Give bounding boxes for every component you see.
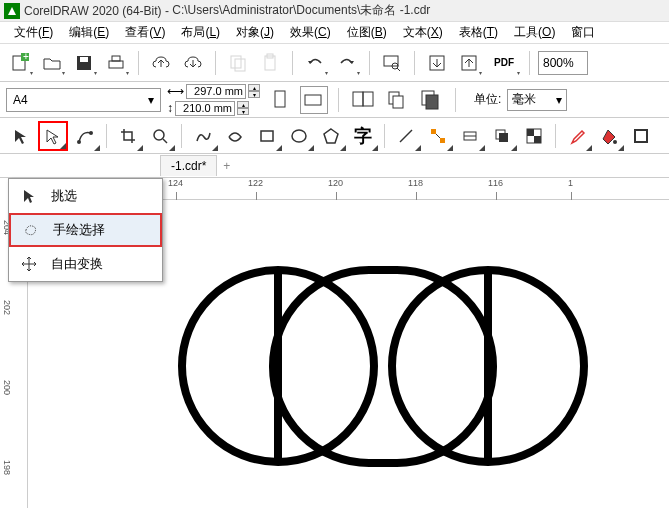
width-up[interactable]: ▴: [248, 84, 260, 91]
page-size-select[interactable]: A4▾: [6, 88, 161, 112]
toolbar-separator: [338, 88, 339, 112]
pages-icon[interactable]: [349, 86, 377, 114]
menu-object[interactable]: 对象(J): [228, 22, 282, 43]
search-button[interactable]: [378, 49, 406, 77]
ruler-tick: 124: [168, 178, 183, 188]
svg-marker-30: [324, 129, 338, 143]
svg-rect-40: [527, 129, 534, 136]
free-transform-icon: [19, 254, 39, 274]
menu-layout[interactable]: 布局(L): [173, 22, 228, 43]
dimension-tool[interactable]: [455, 121, 485, 151]
page-layers-icon[interactable]: [383, 86, 411, 114]
menu-edit[interactable]: 编辑(E): [61, 22, 117, 43]
freehand-tool[interactable]: [188, 121, 218, 151]
toolbar-separator: [414, 51, 415, 75]
outline-tool[interactable]: [626, 121, 656, 151]
svg-line-27: [163, 139, 167, 143]
height-up[interactable]: ▴: [237, 101, 249, 108]
svg-rect-43: [635, 130, 647, 142]
svg-rect-28: [261, 131, 273, 141]
menu-view[interactable]: 查看(V): [117, 22, 173, 43]
popup-free-transform[interactable]: 自由变换: [9, 247, 162, 281]
popup-freehand-label: 手绘选择: [53, 221, 105, 239]
svg-point-25: [89, 131, 93, 135]
dimensions-group: ⟷ ▴▾ ↕ ▴▾: [167, 84, 260, 116]
menu-effects[interactable]: 效果(C): [282, 22, 339, 43]
ruler-tick: 1: [568, 178, 573, 188]
ruler-tick: 202: [2, 300, 12, 315]
standard-toolbar: +▾ ▾ ▾ ▾ ▾ ▾ ▾ PDF▾: [0, 44, 669, 82]
toolbar-separator: [384, 124, 385, 148]
undo-button[interactable]: ▾: [301, 49, 329, 77]
cloud-down-button[interactable]: [179, 49, 207, 77]
width-down[interactable]: ▾: [248, 91, 260, 98]
tab-add-button[interactable]: +: [217, 156, 236, 176]
svg-rect-21: [393, 96, 403, 108]
shape-tool[interactable]: [70, 121, 100, 151]
menu-table[interactable]: 表格(T): [451, 22, 506, 43]
connector-tool[interactable]: [423, 121, 453, 151]
bezier-tool[interactable]: [220, 121, 250, 151]
menu-bitmap[interactable]: 位图(B): [339, 22, 395, 43]
import-button[interactable]: [423, 49, 451, 77]
ruler-tick: 116: [488, 178, 503, 188]
page-shadow-icon[interactable]: [417, 86, 445, 114]
crop-tool[interactable]: [113, 121, 143, 151]
polygon-tool[interactable]: [316, 121, 346, 151]
paste-button[interactable]: [256, 49, 284, 77]
height-input[interactable]: [175, 101, 235, 116]
popup-pick[interactable]: 挑选: [9, 179, 162, 213]
save-button[interactable]: ▾: [70, 49, 98, 77]
shadow-tool[interactable]: [487, 121, 517, 151]
popup-freehand-pick[interactable]: 手绘选择: [9, 213, 162, 247]
zoom-input[interactable]: [538, 51, 588, 75]
svg-rect-18: [353, 92, 363, 106]
svg-rect-23: [426, 95, 438, 109]
drawing-shape: [168, 260, 608, 480]
pattern-tool[interactable]: [519, 121, 549, 151]
property-bar: A4▾ ⟷ ▴▾ ↕ ▴▾ 单位: 毫米▾: [0, 82, 669, 118]
rectangle-tool[interactable]: [252, 121, 282, 151]
svg-rect-8: [235, 59, 245, 71]
new-button[interactable]: +▾: [6, 49, 34, 77]
cloud-up-button[interactable]: [147, 49, 175, 77]
pick-tool-flyout: 挑选 手绘选择 自由变换: [8, 178, 163, 282]
fill-tool[interactable]: [594, 121, 624, 151]
ruler-tick: 120: [328, 178, 343, 188]
height-down[interactable]: ▾: [237, 108, 249, 115]
eyedropper-tool[interactable]: [562, 121, 592, 151]
tab-current[interactable]: -1.cdr*: [160, 155, 217, 176]
svg-rect-16: [275, 91, 285, 107]
titlebar-app: CorelDRAW 2020 (64-Bit): [24, 4, 162, 18]
open-button[interactable]: ▾: [38, 49, 66, 77]
portrait-button[interactable]: [266, 86, 294, 114]
menu-text[interactable]: 文本(X): [395, 22, 451, 43]
menu-window[interactable]: 窗口: [563, 22, 603, 43]
menu-file[interactable]: 文件(F): [6, 22, 61, 43]
landscape-button[interactable]: [300, 86, 328, 114]
zoom-tool[interactable]: [145, 121, 175, 151]
units-select[interactable]: 毫米▾: [507, 89, 567, 111]
svg-rect-33: [440, 138, 445, 143]
width-input[interactable]: [186, 84, 246, 99]
ellipse-tool[interactable]: [284, 121, 314, 151]
menu-tools[interactable]: 工具(O): [506, 22, 563, 43]
export-button[interactable]: ▾: [455, 49, 483, 77]
print-button[interactable]: ▾: [102, 49, 130, 77]
freehand-pick-tool[interactable]: [38, 121, 68, 151]
units-label: 单位:: [474, 91, 501, 108]
toolbox: 字: [0, 118, 669, 154]
pdf-button[interactable]: PDF▾: [487, 49, 521, 77]
width-icon: ⟷: [167, 84, 184, 98]
copy-button[interactable]: [224, 49, 252, 77]
svg-rect-32: [431, 129, 436, 134]
document-tabs: -1.cdr* +: [0, 154, 669, 178]
freehand-pick-icon: [21, 220, 41, 240]
pick-tool[interactable]: [6, 121, 36, 151]
redo-button[interactable]: ▾: [333, 49, 361, 77]
toolbar-separator: [529, 51, 530, 75]
popup-transform-label: 自由变换: [51, 255, 103, 273]
text-tool[interactable]: 字: [348, 121, 378, 151]
svg-rect-38: [499, 133, 508, 142]
line-tool[interactable]: [391, 121, 421, 151]
